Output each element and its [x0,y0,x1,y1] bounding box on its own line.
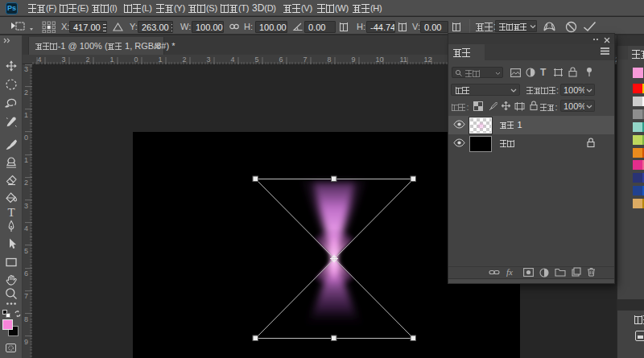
svg-text:T: T [7,205,14,218]
